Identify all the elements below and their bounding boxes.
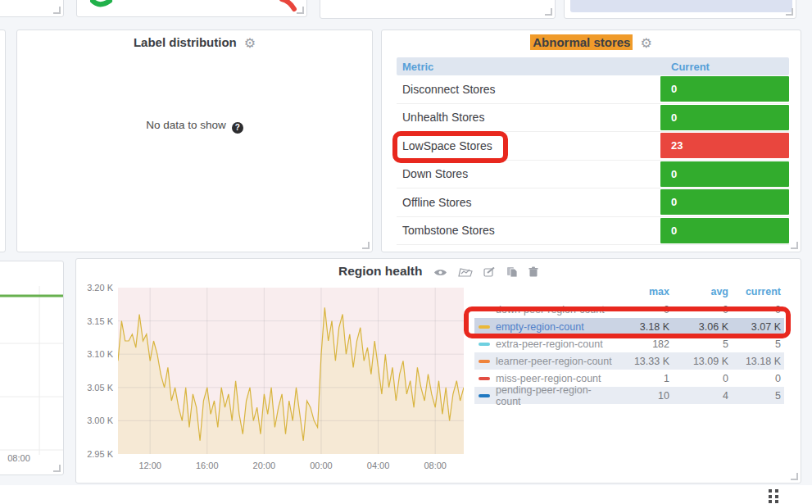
panel-title[interactable]: Region health [338,264,422,278]
no-data-text: No data to show [146,119,226,131]
table-header: Metric Current [397,57,789,75]
region-health-chart[interactable] [118,288,464,454]
series-color-swatch[interactable] [479,394,490,397]
abnormal-stores-table: Metric Current Disconnect Stores0Unhealt… [397,57,789,245]
left-partial-chart-panel: 08:00 [0,261,64,475]
region-health-panel: Region health 3.20 K3.15 K3.10 K3.05 K3.… [75,258,801,484]
table-row: Down Stores0 [397,161,789,189]
eye-icon[interactable] [433,266,447,280]
current-value-cell: 0 [660,105,789,130]
x-tick-label: 08:00 [419,461,451,470]
series-name[interactable]: miss-peer-region-count [474,373,615,384]
top-panel-2 [76,0,307,17]
column-current: Current [660,61,789,73]
placeholder-bar [570,0,792,12]
y-tick-label: 2.95 K [77,449,113,459]
gear-icon[interactable]: ⚙ [244,36,256,50]
legend-row: empty-region-count3.18 K3.06 K3.07 K [474,318,784,335]
legend-col-current[interactable]: current [732,286,784,301]
x-tick-label: 20:00 [247,461,280,470]
series-max: 10 [615,390,673,402]
series-color-swatch[interactable] [479,308,490,311]
copy-icon[interactable] [506,266,518,280]
label-distribution-panel: Label distribution⚙ No data to show? [16,30,373,252]
top-panel-4 [564,0,796,19]
top-panel-1 [0,0,64,17]
series-name[interactable]: pending-peer-region-count [474,384,615,407]
series-avg: 13.09 K [673,356,732,367]
y-tick-label: 3.15 K [77,316,113,326]
table-row: Tombstone Stores0 [397,217,789,246]
series-avg: 3.06 K [673,321,732,333]
series-avg: 0 [673,373,732,384]
column-metric: Metric [397,61,660,73]
current-value-cell: 0 [660,76,789,102]
x-tick-label: 12:00 [134,461,166,470]
legend-row: pending-peer-region-count1045 [474,387,784,404]
panel-title-highlighted[interactable]: Abnormal stores [530,34,633,50]
x-tick-label: 08:00 [2,453,35,463]
table-row: LowSpace Stores23 [397,132,789,161]
legend-header: max avg current [474,286,784,301]
metric-label: Unhealth Stores [397,111,660,124]
series-color-swatch[interactable] [479,377,490,380]
legend-table: max avg current down-peer-region-count00… [474,286,784,404]
x-tick-label: 04:00 [362,461,395,470]
legend-row: learner-peer-region-count13.33 K13.09 K1… [474,352,784,370]
series-max: 0 [615,304,673,316]
series-current: 13.18 K [732,356,784,367]
help-icon[interactable]: ? [232,122,243,134]
series-color-swatch[interactable] [479,343,490,346]
gear-icon[interactable]: ⚙ [640,36,651,50]
drag-handle-icon[interactable] [769,489,778,503]
series-max: 3.18 K [615,321,673,333]
legend-row: extra-peer-region-count18255 [474,335,784,352]
metric-label: LowSpace Stores [397,139,660,152]
y-tick-label: 3.10 K [77,349,113,359]
panel-title[interactable]: Label distribution [134,35,237,49]
metric-label: Tombstone Stores [397,224,660,237]
trash-icon[interactable] [528,266,538,280]
next-row-panel-top [0,485,812,504]
trend-icon[interactable] [458,266,473,280]
abnormal-stores-panel: Abnormal stores⚙ Metric Current Disconne… [381,30,801,252]
legend-col-avg[interactable]: avg [673,286,732,301]
table-row: Unhealth Stores0 [397,104,789,133]
series-max: 182 [615,338,673,350]
series-current: 0 [732,304,784,316]
series-name[interactable]: learner-peer-region-count [474,356,615,367]
red-trend-icon [279,0,301,17]
metric-label: Down Stores [397,167,660,180]
series-color-swatch[interactable] [479,325,490,329]
series-avg: 4 [673,390,732,402]
series-name[interactable]: empty-region-count [474,321,615,333]
current-value-cell: 23 [660,133,789,158]
series-name[interactable]: down-peer-region-count [474,304,615,316]
x-tick-label: 16:00 [191,461,224,470]
current-value-cell: 0 [660,161,789,187]
legend-col-max[interactable]: max [615,286,673,301]
series-current: 0 [732,373,784,384]
legend-row: down-peer-region-count000 [474,301,784,318]
edit-icon[interactable] [483,266,495,280]
x-tick-label: 00:00 [305,461,338,470]
series-color-swatch[interactable] [479,360,490,363]
partial-chart [0,268,63,456]
series-current: 3.07 K [732,321,784,333]
series-avg: 5 [673,338,732,350]
metric-label: Offline Stores [397,196,660,209]
dashboard: Label distribution⚙ No data to show? Abn… [0,0,812,504]
series-current: 5 [732,390,784,402]
series-max: 1 [615,373,673,384]
left-sliver-panel [0,30,6,252]
top-panel-3 [320,0,556,19]
metric-label: Disconnect Stores [397,83,660,96]
series-name[interactable]: extra-peer-region-count [474,338,615,350]
y-tick-label: 3.00 K [77,415,113,425]
current-value-cell: 0 [660,218,789,243]
y-tick-label: 3.05 K [77,383,113,393]
current-value-cell: 0 [660,189,789,215]
series-max: 13.33 K [615,356,673,367]
y-tick-label: 3.20 K [77,283,113,293]
series-avg: 0 [673,304,732,316]
